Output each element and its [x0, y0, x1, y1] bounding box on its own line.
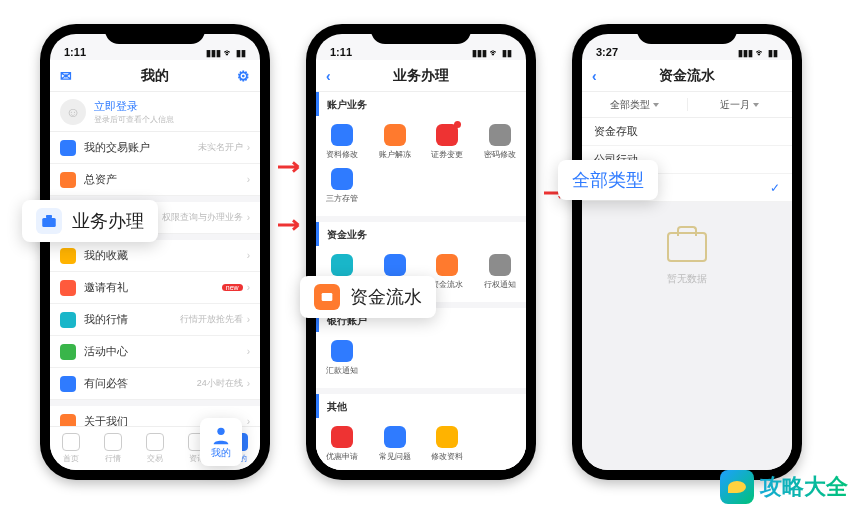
menu-row-1[interactable]: 总资产 › [50, 164, 260, 196]
grid-item-0-3[interactable]: 密码修改 [474, 120, 527, 164]
battery-icon: ▮▮ [768, 48, 778, 58]
grid-item-label: 优惠申请 [326, 451, 358, 462]
back-icon[interactable]: ‹ [326, 68, 331, 84]
wifi-icon: ᯤ [756, 48, 765, 58]
notch [105, 24, 205, 44]
filter-1[interactable]: 近一月 [687, 92, 792, 117]
grid-item-label: 证券变更 [431, 149, 463, 160]
grid-item-icon [331, 426, 353, 448]
tab-icon [104, 433, 122, 451]
grid-item-label: 常见问题 [379, 451, 411, 462]
grid-item-3-0[interactable]: 优惠申请 [316, 422, 369, 466]
brand-text: 攻略大全 [760, 472, 848, 502]
login-row[interactable]: ☺ 立即登录 登录后可查看个人信息 [50, 92, 260, 132]
tab-0[interactable]: 首页 [50, 427, 92, 470]
menu-row-8[interactable]: 活动中心 › [50, 336, 260, 368]
grid-item-label: 资料修改 [326, 149, 358, 160]
chevron-down-icon [753, 103, 759, 107]
row-tail: 权限查询与办理业务 [162, 211, 243, 224]
chevron-right-icon: › [247, 250, 250, 261]
svg-point-2 [217, 428, 224, 435]
callout-alltype: 全部类型 [558, 160, 658, 200]
menu-row-0[interactable]: 我的交易账户 未实名开户› [50, 132, 260, 164]
chevron-right-icon: › [247, 282, 250, 293]
wifi-icon: ᯤ [490, 48, 499, 58]
status-indicators: ▮▮▮ᯤ▮▮ [738, 48, 778, 58]
grid-item-0-4[interactable]: 三方存管 [316, 164, 369, 208]
filter-bar: 全部类型近一月 [582, 92, 792, 118]
back-icon[interactable]: ‹ [592, 68, 597, 84]
grid-item-3-1[interactable]: 常见问题 [369, 422, 422, 466]
chevron-right-icon: › [247, 378, 250, 389]
status-indicators: ▮▮▮ ᯤ ▮▮ [206, 48, 246, 58]
row-label: 总资产 [84, 172, 243, 187]
chevron-right-icon: › [247, 346, 250, 357]
notch [637, 24, 737, 44]
callout-label: 业务办理 [72, 209, 144, 233]
row-tail: 未实名开户 [198, 141, 243, 154]
grid-item-label: 行权通知 [484, 279, 516, 290]
section-grid-0: 资料修改 账户解冻 证券变更 密码修改 三方存管 [316, 116, 526, 216]
phone-1: 1:11 ▮▮▮ ᯤ ▮▮ ✉ 我的 ⚙ ☺ 立即登录 登录后可查看个人信息 我… [40, 24, 270, 480]
row-tail: 行情开放抢先看 [180, 313, 243, 326]
new-badge: new [222, 284, 243, 291]
login-title: 立即登录 [94, 99, 174, 114]
callout-label: 资金流水 [350, 285, 422, 309]
grid-item-label: 汇款通知 [326, 365, 358, 376]
menu-row-9[interactable]: 有问必答 24小时在线› [50, 368, 260, 400]
tab-label: 行情 [105, 453, 121, 464]
star-icon [60, 248, 76, 264]
fish-icon [720, 470, 754, 504]
grid-item-icon [436, 254, 458, 276]
grid-item-icon [489, 124, 511, 146]
arrow-2 [278, 218, 306, 232]
briefcase-icon [36, 208, 62, 234]
callout-label: 我的 [211, 446, 231, 460]
tab-1[interactable]: 行情 [92, 427, 134, 470]
empty-box-icon [667, 232, 707, 262]
signal-icon: ▮▮▮ [738, 48, 753, 58]
menu-row-7[interactable]: 我的行情 行情开放抢先看› [50, 304, 260, 336]
grid-item-icon [384, 124, 406, 146]
navbar-title: 资金流水 [659, 67, 715, 85]
grid-item-icon [436, 124, 458, 146]
grid-item-2-0[interactable]: 汇款通知 [316, 336, 369, 380]
login-sub: 登录后可查看个人信息 [94, 114, 174, 125]
battery-icon: ▮▮ [236, 48, 246, 58]
notch [371, 24, 471, 44]
chevron-right-icon: › [247, 174, 250, 185]
grid-item-icon [331, 124, 353, 146]
filter-0[interactable]: 全部类型 [582, 92, 687, 117]
phone-3: 3:27 ▮▮▮ᯤ▮▮ ‹ 资金流水 全部类型近一月 资金存取公司行动交易流水✓… [572, 24, 802, 480]
menu-row-6[interactable]: 邀请有礼 new› [50, 272, 260, 304]
empty-text: 暂无数据 [667, 272, 707, 286]
menu-row-5[interactable]: 我的收藏 › [50, 240, 260, 272]
svg-rect-1 [46, 215, 52, 218]
navbar: ‹ 业务办理 [316, 60, 526, 92]
grid-item-label: 三方存管 [326, 193, 358, 204]
signal-icon: ▮▮▮ [472, 48, 487, 58]
status-time: 1:11 [64, 46, 86, 58]
status-time: 1:11 [330, 46, 352, 58]
settings-icon[interactable]: ⚙ [237, 68, 250, 84]
grid-item-label: 修改资料 [431, 451, 463, 462]
grid-item-0-1[interactable]: 账户解冻 [369, 120, 422, 164]
tab-2[interactable]: 交易 [134, 427, 176, 470]
wifi-icon: ᯤ [224, 48, 233, 58]
grid-item-icon [384, 254, 406, 276]
chat-icon [60, 376, 76, 392]
grid-item-0-0[interactable]: 资料修改 [316, 120, 369, 164]
grid-item-3-2[interactable]: 修改资料 [421, 422, 474, 466]
filter-option-0[interactable]: 资金存取 [582, 118, 792, 146]
filter-label: 近一月 [720, 98, 750, 112]
arrow-1 [278, 160, 306, 174]
section-grid-3: 优惠申请 常见问题 修改资料 [316, 418, 526, 470]
chevron-right-icon: › [247, 314, 250, 325]
grid-item-icon [436, 426, 458, 448]
grid-item-label: 资金流水 [431, 279, 463, 290]
row-label: 我的收藏 [84, 248, 243, 263]
chevron-right-icon: › [247, 212, 250, 223]
mail-icon[interactable]: ✉ [60, 68, 72, 84]
grid-item-0-2[interactable]: 证券变更 [421, 120, 474, 164]
grid-item-1-3[interactable]: 行权通知 [474, 250, 527, 294]
